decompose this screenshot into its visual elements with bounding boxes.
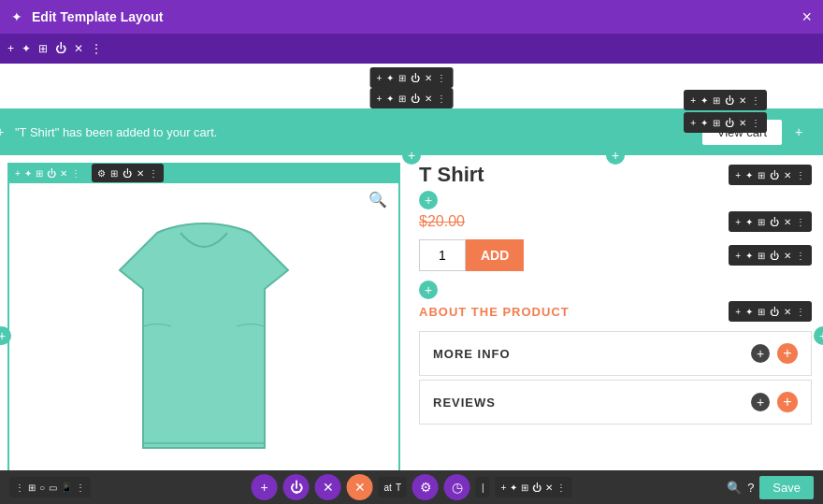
search-overlay[interactable]: 🔍 <box>368 191 387 209</box>
at-move[interactable]: + <box>735 307 741 317</box>
settings-icon[interactable]: ✦ <box>22 42 31 55</box>
cfrw-dup[interactable]: ⊞ <box>521 482 528 493</box>
cfrw-pow[interactable]: ⏻ <box>532 482 541 493</box>
img-move[interactable]: + <box>15 168 21 179</box>
add-to-cart-button[interactable]: ADD <box>466 239 524 271</box>
bl-rect[interactable]: ▭ <box>49 482 57 493</box>
img-pow[interactable]: ⏻ <box>47 168 56 179</box>
ct2-cog[interactable]: ✦ <box>700 118 708 128</box>
tt-dup[interactable]: ⊞ <box>758 170 765 180</box>
power-icon[interactable]: ⏻ <box>55 42 66 55</box>
cog-t2[interactable]: ✦ <box>386 94 394 104</box>
quantity-input[interactable]: 1 <box>419 239 466 271</box>
qty-about-plus[interactable]: + <box>419 281 438 299</box>
add-icon[interactable]: + <box>7 42 14 55</box>
ct2-del[interactable]: ✕ <box>739 118 746 128</box>
save-button[interactable]: Save <box>759 476 814 499</box>
tt-more[interactable]: ⋮ <box>796 170 805 180</box>
pt-dup[interactable]: ⊞ <box>758 217 765 227</box>
qt-del[interactable]: ✕ <box>784 251 791 261</box>
close-button[interactable]: × <box>801 8 812 25</box>
qt-pow[interactable]: ⏻ <box>770 251 779 261</box>
pow-t1[interactable]: ⏻ <box>411 73 420 83</box>
center-cog-btn[interactable]: ⚙ <box>412 474 439 500</box>
idt-dup[interactable]: ⊞ <box>110 168 118 179</box>
cfrw-del[interactable]: ✕ <box>545 482 553 493</box>
delete-icon[interactable]: ✕ <box>74 42 83 55</box>
at-more[interactable]: ⋮ <box>796 307 805 317</box>
at-del[interactable]: ✕ <box>784 307 791 317</box>
at-pow[interactable]: ⏻ <box>770 307 779 317</box>
right-panel-right-plus[interactable]: + <box>814 326 823 345</box>
pt-cog[interactable]: ✦ <box>745 217 753 227</box>
idt-del[interactable]: ✕ <box>137 168 144 179</box>
cfrw-more[interactable]: ⋮ <box>556 482 566 493</box>
at-dup[interactable]: ⊞ <box>758 307 765 317</box>
cart-right-plus[interactable]: + <box>789 122 808 141</box>
crw-bar[interactable]: | <box>482 482 484 493</box>
dup-t2[interactable]: ⊞ <box>398 94 406 104</box>
qt-more[interactable]: ⋮ <box>796 251 805 261</box>
ct2-move[interactable]: + <box>690 118 696 128</box>
more-t1[interactable]: ⋮ <box>437 73 446 83</box>
search-btn[interactable]: 🔍 <box>727 481 742 495</box>
tt-cog[interactable]: ✦ <box>745 170 753 180</box>
center-trash-btn[interactable]: ✕ <box>315 474 341 500</box>
idt-pow[interactable]: ⏻ <box>123 168 132 179</box>
reviews-accordion[interactable]: REVIEWS + + <box>419 380 812 425</box>
ct-cog[interactable]: ✦ <box>700 95 708 106</box>
more-t2[interactable]: ⋮ <box>437 94 446 104</box>
dup-t1[interactable]: ⊞ <box>398 73 406 83</box>
ct2-more[interactable]: ⋮ <box>751 118 760 128</box>
reviews-expand[interactable]: + <box>751 393 770 411</box>
bl-dots[interactable]: ⋮ <box>15 482 24 493</box>
img-cog[interactable]: ✦ <box>24 168 32 179</box>
del-t2[interactable]: ✕ <box>425 94 432 104</box>
pow-t2[interactable]: ⏻ <box>411 94 420 104</box>
ct2-dup[interactable]: ⊞ <box>713 118 720 128</box>
ct-more[interactable]: ⋮ <box>751 95 760 106</box>
more-info-expand[interactable]: + <box>751 344 770 363</box>
tt-move[interactable]: + <box>735 170 741 180</box>
idt-more[interactable]: ⋮ <box>149 168 158 179</box>
tt-pow[interactable]: ⏻ <box>770 170 779 180</box>
ct2-pow[interactable]: ⏻ <box>725 118 734 128</box>
ct-move[interactable]: + <box>690 95 696 106</box>
right-panel-top-plus[interactable]: + <box>606 146 625 165</box>
qt-cog[interactable]: ✦ <box>745 251 753 261</box>
more-info-add[interactable]: + <box>777 343 798 364</box>
cog-t1[interactable]: ✦ <box>386 73 394 83</box>
qt-move[interactable]: + <box>735 251 741 261</box>
img-more[interactable]: ⋮ <box>71 168 80 179</box>
qt-dup[interactable]: ⊞ <box>758 251 765 261</box>
center-clock-btn[interactable]: ◷ <box>444 474 470 500</box>
pt-more[interactable]: ⋮ <box>796 217 805 227</box>
duplicate-icon[interactable]: ⊞ <box>38 42 48 55</box>
img-del[interactable]: ✕ <box>60 168 67 179</box>
cfrw-cog[interactable]: ✦ <box>510 482 517 493</box>
move-t2[interactable]: + <box>377 94 383 104</box>
center-add-btn[interactable]: + <box>252 474 278 500</box>
pt-pow[interactable]: ⏻ <box>770 217 779 227</box>
bl-phone[interactable]: 📱 <box>61 482 72 493</box>
idt-cog[interactable]: ⚙ <box>97 168 106 179</box>
ct-dup[interactable]: ⊞ <box>713 95 720 106</box>
del-t1[interactable]: ✕ <box>425 73 432 83</box>
cfrw-move[interactable]: + <box>501 482 507 493</box>
move-t1[interactable]: + <box>377 73 383 83</box>
pt-del[interactable]: ✕ <box>784 217 791 227</box>
more-info-accordion[interactable]: MORE INFO + + <box>419 331 812 376</box>
more-icon[interactable]: ⋮ <box>91 42 102 55</box>
title-price-plus[interactable]: + <box>419 191 438 209</box>
center-close-btn[interactable]: ✕ <box>347 474 373 500</box>
reviews-add[interactable]: + <box>777 392 798 412</box>
img-dup[interactable]: ⊞ <box>36 168 43 179</box>
bl-grid[interactable]: ⊞ <box>28 482 36 493</box>
tt-del[interactable]: ✕ <box>784 170 791 180</box>
bl-circle[interactable]: ○ <box>39 482 45 493</box>
center-power-btn[interactable]: ⏻ <box>283 474 310 500</box>
bl-more[interactable]: ⋮ <box>76 482 85 493</box>
cart-left-plus[interactable]: + <box>0 122 9 141</box>
at-cog[interactable]: ✦ <box>745 307 753 317</box>
pt-move[interactable]: + <box>735 217 741 227</box>
